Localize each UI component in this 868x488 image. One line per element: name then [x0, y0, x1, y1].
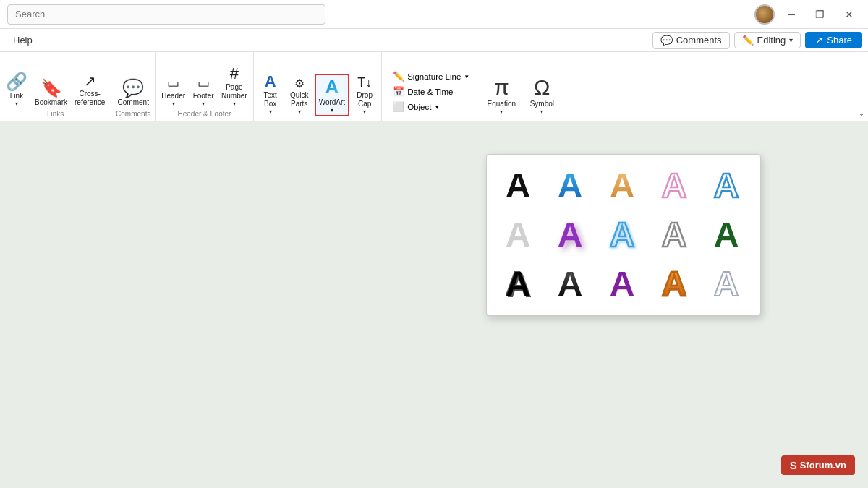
chevron-down-icon: ▾: [202, 100, 205, 107]
sforum-badge: S Sforum.vn: [781, 455, 855, 475]
comments-group-label: Comments: [114, 108, 152, 119]
ribbon-group-symbols: π Equation ▾ Ω Symbol ▾: [480, 52, 563, 121]
ribbon-group-header-footer: ▭ Header ▾ ▭ Footer ▾ # PageNumber ▾ Hea…: [156, 52, 253, 121]
ribbon: 🔗 Link ▾ 🔖 Bookmark ↗ Cross-reference Li…: [0, 52, 868, 121]
chevron-down-icon: ▾: [15, 100, 18, 107]
links-group-label: Links: [3, 108, 108, 119]
title-bar: ─ ❐ ✕: [0, 0, 868, 29]
minimize-button[interactable]: ─: [780, 6, 802, 23]
chevron-down-icon: ▾: [233, 100, 236, 107]
date-time-button[interactable]: 📅 Date & Time: [389, 85, 472, 98]
date-icon: 📅: [393, 86, 404, 97]
comments-button[interactable]: 💬 Comments: [652, 32, 730, 49]
link-button[interactable]: 🔗 Link ▾: [3, 71, 30, 108]
comment-button[interactable]: 💬 Comment: [114, 77, 152, 108]
footer-icon: ▭: [197, 77, 210, 91]
object-button[interactable]: ⬜ Object ▾: [389, 100, 472, 114]
drop-cap-button[interactable]: T↓ DropCap ▾: [351, 74, 378, 116]
header-icon: ▭: [167, 77, 179, 91]
header-button[interactable]: ▭ Header ▾: [158, 75, 188, 108]
drop-cap-icon: T↓: [357, 76, 372, 90]
wordart-item-4[interactable]: A: [652, 163, 697, 208]
wordart-item-9[interactable]: A: [652, 213, 697, 257]
edit-icon: ✏️: [742, 35, 754, 46]
footer-button[interactable]: ▭ Footer ▾: [190, 75, 217, 108]
chevron-down-icon: ▾: [298, 108, 301, 115]
wordart-item-8[interactable]: A: [600, 213, 644, 257]
chevron-down-icon: ▾: [540, 108, 543, 115]
wordart-item-3[interactable]: A: [600, 163, 644, 208]
insert-text-group-label: [386, 115, 475, 118]
link-icon: 🔗: [6, 72, 27, 91]
search-input[interactable]: [7, 4, 326, 25]
ribbon-group-insert-text: ✏️ Signature Line ▾ 📅 Date & Time ⬜ Obje…: [382, 52, 480, 121]
text-box-button[interactable]: A TextBox ▾: [257, 72, 284, 116]
wordart-item-7[interactable]: A: [548, 213, 592, 257]
quick-parts-icon: ⚙: [294, 77, 305, 90]
wordart-item-2[interactable]: A: [548, 163, 592, 208]
wordart-item-14[interactable]: A: [652, 262, 697, 307]
page-number-button[interactable]: # PageNumber ▾: [218, 64, 250, 108]
wordart-item-15[interactable]: A: [704, 262, 749, 307]
chevron-down-icon: ▾: [789, 36, 793, 44]
wordart-item-12[interactable]: A: [548, 262, 592, 307]
ribbon-group-links: 🔗 Link ▾ 🔖 Bookmark ↗ Cross-reference Li…: [0, 52, 111, 121]
page-number-icon: #: [230, 65, 239, 82]
wordart-button[interactable]: A WordArt ▾: [315, 74, 350, 116]
cross-reference-icon: ↗: [84, 73, 96, 89]
equation-icon: π: [494, 75, 509, 99]
share-icon: ↗: [815, 35, 823, 46]
object-icon: ⬜: [393, 101, 404, 112]
chevron-down-icon: ▾: [363, 108, 366, 115]
chevron-down-icon: ▾: [435, 103, 439, 111]
wordart-item-6[interactable]: A: [495, 213, 540, 257]
menu-item-help[interactable]: Help: [6, 32, 40, 48]
avatar: [754, 4, 775, 25]
maximize-button[interactable]: ❐: [808, 6, 832, 23]
menu-bar: Help 💬 Comments ✏️ Editing ▾ ↗ Share: [0, 29, 868, 52]
wordart-item-5[interactable]: A: [704, 163, 749, 208]
chevron-down-icon: ▾: [172, 100, 175, 107]
header-footer-group-label: Header & Footer: [158, 108, 250, 119]
editing-button[interactable]: ✏️ Editing ▾: [734, 32, 801, 48]
cross-reference-button[interactable]: ↗ Cross-reference: [72, 72, 108, 108]
ribbon-group-text: A TextBox ▾ ⚙ QuickParts ▾ A WordArt ▾ T…: [254, 52, 383, 121]
symbol-icon: Ω: [534, 75, 550, 99]
chevron-down-icon: ▾: [465, 73, 469, 80]
wordart-item-11[interactable]: A: [495, 262, 540, 307]
symbol-button[interactable]: Ω Symbol ▾: [524, 74, 560, 116]
wordart-dropdown-panel: A A A A A A A A A A A: [486, 154, 761, 316]
signature-line-button[interactable]: ✏️ Signature Line ▾: [389, 69, 472, 83]
wordart-icon: A: [326, 77, 339, 98]
text-box-icon: A: [265, 73, 276, 90]
chevron-down-icon: ▾: [269, 108, 272, 115]
ribbon-expand-button[interactable]: ⌄: [858, 108, 865, 118]
quick-parts-button[interactable]: ⚙ QuickParts ▾: [286, 76, 313, 116]
comment-icon: 💬: [660, 35, 673, 46]
signature-icon: ✏️: [393, 71, 404, 82]
symbols-group-label: [483, 116, 560, 119]
wordart-item-1[interactable]: A: [495, 163, 540, 208]
share-button[interactable]: ↗ Share: [805, 32, 862, 48]
wordart-item-10[interactable]: A: [704, 213, 749, 257]
bookmark-button[interactable]: 🔖 Bookmark: [32, 77, 70, 108]
chevron-down-icon: ▾: [331, 107, 333, 114]
ribbon-group-comments: 💬 Comment Comments: [111, 52, 156, 121]
chevron-down-icon: ▾: [500, 108, 503, 115]
sforum-s: S: [790, 459, 797, 471]
comment-icon: 💬: [122, 79, 144, 98]
wordart-item-13[interactable]: A: [600, 262, 644, 307]
equation-button[interactable]: π Equation ▾: [483, 74, 519, 116]
close-button[interactable]: ✕: [838, 6, 861, 23]
wordart-grid: A A A A A A A A A A A: [495, 163, 752, 307]
bookmark-icon: 🔖: [41, 79, 62, 98]
text-group-label: [257, 116, 379, 119]
